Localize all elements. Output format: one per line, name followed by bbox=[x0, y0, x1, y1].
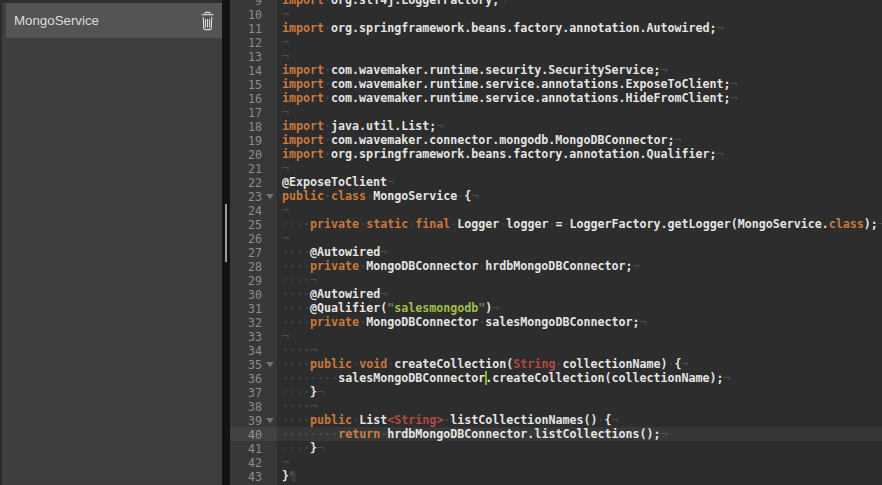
eol-invisible: ¬ bbox=[878, 217, 882, 231]
code-line[interactable]: import·com.wavemaker.runtime.service.ann… bbox=[277, 91, 882, 105]
code-line[interactable]: ¬ bbox=[277, 455, 882, 469]
gutter-line-number[interactable]: 43 bbox=[230, 469, 277, 483]
gutter-line-number[interactable]: 20 bbox=[230, 147, 277, 161]
gutter-line-number[interactable]: 19 bbox=[230, 133, 277, 147]
space-invisible: · bbox=[289, 217, 296, 231]
fold-arrow-icon[interactable] bbox=[266, 362, 274, 367]
code-line[interactable]: ········return·hrdbMongoDBConnector.list… bbox=[277, 427, 882, 441]
code-editor[interactable]: 9101112131415161718192021222324252627282… bbox=[230, 0, 882, 485]
space-invisible: · bbox=[303, 245, 310, 259]
gutter-line-number[interactable]: 41 bbox=[230, 441, 277, 455]
code-line[interactable]: import·org.springframework.beans.factory… bbox=[277, 147, 882, 161]
code-line[interactable]: ····private·static·final·Logger·logger·=… bbox=[277, 217, 882, 231]
gutter-line-number[interactable]: 42 bbox=[230, 455, 277, 469]
gutter-line-number[interactable]: 11 bbox=[230, 21, 277, 35]
code-line[interactable]: import·com.wavemaker.connector.mongodb.M… bbox=[277, 133, 882, 147]
eol-invisible: ¬ bbox=[724, 371, 731, 385]
fold-arrow-icon[interactable] bbox=[266, 194, 274, 199]
gutter-line-number[interactable]: 37 bbox=[230, 385, 277, 399]
gutter-line-number[interactable]: 36 bbox=[230, 371, 277, 385]
gutter-line-number[interactable]: 22 bbox=[230, 175, 277, 189]
gutter-line-number[interactable]: 14 bbox=[230, 63, 277, 77]
gutter-line-number[interactable]: 40 bbox=[230, 427, 277, 441]
space-invisible: · bbox=[296, 357, 303, 371]
service-list-panel: MongoService bbox=[0, 0, 222, 485]
code-line[interactable]: }¶ bbox=[277, 469, 882, 483]
code-line[interactable]: ¬ bbox=[277, 49, 882, 63]
gutter-line-number[interactable]: 23 bbox=[230, 189, 277, 203]
gutter-line-number[interactable]: 38 bbox=[230, 399, 277, 413]
gutter-line-number[interactable]: 28 bbox=[230, 259, 277, 273]
space-invisible: · bbox=[303, 357, 310, 371]
java-service-editor: MongoService 910111213141516171819202122… bbox=[0, 0, 882, 485]
gutter-line-number[interactable]: 33 bbox=[230, 329, 277, 343]
fold-arrow-icon[interactable] bbox=[266, 418, 274, 423]
eol-invisible: ¬ bbox=[380, 245, 387, 259]
splitter-drag-handle[interactable] bbox=[225, 204, 227, 262]
code-content[interactable]: import·org.slf4j.LoggerFactory;¬¬import·… bbox=[277, 0, 882, 483]
gutter-line-number[interactable]: 21 bbox=[230, 161, 277, 175]
code-line[interactable]: ····}¬ bbox=[277, 385, 882, 399]
space-invisible: · bbox=[296, 273, 303, 287]
code-line[interactable]: import·com.wavemaker.runtime.security.Se… bbox=[277, 63, 882, 77]
gutter-line-number[interactable]: 13 bbox=[230, 49, 277, 63]
space-invisible: · bbox=[289, 273, 296, 287]
gutter-line-number[interactable]: 30 bbox=[230, 287, 277, 301]
code-line[interactable]: ¬ bbox=[277, 35, 882, 49]
delete-service-icon[interactable] bbox=[200, 11, 215, 31]
code-line[interactable]: import·org.springframework.beans.factory… bbox=[277, 21, 882, 35]
space-invisible: · bbox=[296, 287, 303, 301]
eol-invisible: ¬ bbox=[310, 399, 317, 413]
gutter-line-number[interactable]: 18 bbox=[230, 119, 277, 133]
gutter-line-number[interactable]: 17 bbox=[230, 105, 277, 119]
code-line[interactable]: ····@Autowired¬ bbox=[277, 287, 882, 301]
code-line[interactable]: ····¬ bbox=[277, 399, 882, 413]
service-list-item[interactable]: MongoService bbox=[6, 3, 222, 38]
code-line[interactable]: ¬ bbox=[277, 161, 882, 175]
gutter-line-number[interactable]: 10 bbox=[230, 7, 277, 21]
space-invisible: · bbox=[282, 413, 289, 427]
gutter-line-number[interactable]: 15 bbox=[230, 77, 277, 91]
code-line[interactable]: import·java.util.List;¬ bbox=[277, 119, 882, 133]
gutter-line-number[interactable]: 12 bbox=[230, 35, 277, 49]
space-invisible: · bbox=[282, 427, 289, 441]
gutter-line-number[interactable]: 24 bbox=[230, 203, 277, 217]
code-line[interactable]: ¬ bbox=[277, 105, 882, 119]
gutter-line-number[interactable]: 29 bbox=[230, 273, 277, 287]
code-line[interactable]: ¬ bbox=[277, 231, 882, 245]
gutter-line-number[interactable]: 34 bbox=[230, 343, 277, 357]
gutter-line-number[interactable]: 39 bbox=[230, 413, 277, 427]
gutter-line-number[interactable]: 27 bbox=[230, 245, 277, 259]
eol-invisible: ¬ bbox=[282, 105, 289, 119]
gutter-line-number[interactable]: 26 bbox=[230, 231, 277, 245]
code-line[interactable]: ····private·MongoDBConnector·salesMongoD… bbox=[277, 315, 882, 329]
eol-invisible: ¬ bbox=[380, 287, 387, 301]
code-line[interactable]: ····¬ bbox=[277, 273, 882, 287]
code-line[interactable]: ····¬ bbox=[277, 343, 882, 357]
code-line[interactable]: import·org.slf4j.LoggerFactory;¬ bbox=[277, 0, 882, 7]
code-line[interactable]: ¬ bbox=[277, 329, 882, 343]
eol-invisible: ¬ bbox=[282, 35, 289, 49]
code-line[interactable]: @ExposeToClient¬ bbox=[277, 175, 882, 189]
space-invisible: · bbox=[303, 413, 310, 427]
gutter-line-number[interactable]: 35 bbox=[230, 357, 277, 371]
code-line[interactable]: ¬ bbox=[277, 7, 882, 21]
code-line[interactable]: ····}¬ bbox=[277, 441, 882, 455]
code-line[interactable]: ········salesMongoDBConnector.createColl… bbox=[277, 371, 882, 385]
code-line[interactable]: ····public·List<String>·listCollectionNa… bbox=[277, 413, 882, 427]
code-line[interactable]: public·class·MongoService·{¬ bbox=[277, 189, 882, 203]
gutter-line-number[interactable]: 9 bbox=[230, 0, 277, 7]
gutter-line-number[interactable]: 16 bbox=[230, 91, 277, 105]
code-line[interactable]: ····private·MongoDBConnector·hrdbMongoDB… bbox=[277, 259, 882, 273]
panel-splitter[interactable] bbox=[222, 0, 230, 485]
gutter-line-number[interactable]: 31 bbox=[230, 301, 277, 315]
line-numbers: 9101112131415161718192021222324252627282… bbox=[230, 0, 277, 483]
code-line[interactable]: ····@Autowired¬ bbox=[277, 245, 882, 259]
eol-invisible: ¬ bbox=[282, 161, 289, 175]
code-line[interactable]: ····public·void·createCollection(String·… bbox=[277, 357, 882, 371]
code-line[interactable]: import·com.wavemaker.runtime.service.ann… bbox=[277, 77, 882, 91]
gutter-line-number[interactable]: 25 bbox=[230, 217, 277, 231]
code-line[interactable]: ¬ bbox=[277, 203, 882, 217]
gutter-line-number[interactable]: 32 bbox=[230, 315, 277, 329]
code-line[interactable]: ····@Qualifier("salesmongodb")¬ bbox=[277, 301, 882, 315]
